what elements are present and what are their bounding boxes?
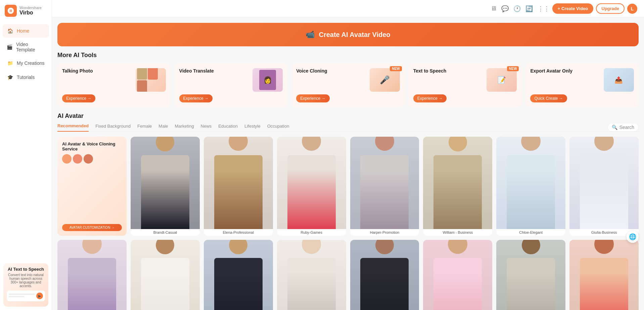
ai-avatar-section: AI Avatar Recommended Fixed Background F… <box>52 113 644 310</box>
avatar-card-harper-promo[interactable]: Harper-Promotion <box>350 137 419 236</box>
talking-photo-exp-button[interactable]: Experience → <box>62 94 95 102</box>
avatar-card-arjun[interactable]: Arjun-Araber <box>131 240 200 310</box>
ruby-games-name: Ruby-Games <box>277 229 346 236</box>
tab-male[interactable]: Male <box>158 124 168 131</box>
giulia-image <box>569 137 639 229</box>
video-translate-img: 👩 <box>252 68 283 92</box>
sidebar-nav: 🏠 Home 🎬 Video Template 📁 My Creations 🎓… <box>0 21 52 260</box>
tab-news[interactable]: News <box>201 124 212 131</box>
tts-title: AI Text to Speech <box>7 267 45 272</box>
arjun-image <box>131 240 200 310</box>
avatar-customization-button[interactable]: AVATAR CUSTOMIZATION → <box>62 224 122 231</box>
ai-avatar-title: AI Avatar <box>57 113 639 120</box>
sidebar: Wondershare Virbo 🏠 Home 🎬 Video Templat… <box>0 0 52 310</box>
tab-recommended[interactable]: Recommended <box>57 123 89 132</box>
ruby-formal-image <box>57 240 127 310</box>
video-translate-top: Video Translate 👩 <box>179 68 283 92</box>
folder-icon: 📁 <box>7 60 13 67</box>
user-avatar[interactable]: L <box>627 4 637 14</box>
sidebar-item-my-creations[interactable]: 📁 My Creations <box>3 56 49 70</box>
film-icon: 🎬 <box>7 44 13 50</box>
avatar-card-elena[interactable]: Elena-Professional <box>204 137 273 236</box>
tab-lifestyle[interactable]: Lifestyle <box>244 124 261 131</box>
avatar-card-chloe[interactable]: Chloe-Elegant <box>496 137 565 236</box>
filter-tabs: Recommended Fixed Background Female Male… <box>57 123 639 132</box>
text-to-speech-top: Text to Speech 📝 <box>413 68 517 92</box>
text-to-speech-exp-button[interactable]: Experience → <box>413 94 447 102</box>
avatar-card-gabriel[interactable]: Gabriel-Business <box>204 240 273 310</box>
tab-female[interactable]: Female <box>137 124 152 131</box>
harper-news-image <box>423 240 492 310</box>
avatar-card-contee[interactable]: Contee-Leisure <box>496 240 565 310</box>
chloe-name: Chloe-Elegant <box>496 229 565 236</box>
avatar-card-ruby-games[interactable]: Ruby-Games <box>277 137 346 236</box>
logo-text: Wondershare Virbo <box>19 6 42 16</box>
tab-occupation[interactable]: Occupation <box>267 124 289 131</box>
voice-cloning-new-badge: NEW <box>390 66 402 71</box>
avatar-card-mina[interactable]: Mina-Hanfu <box>277 240 346 310</box>
top-bar: 🖥 💬 🕐 🔄 ⋮⋮ + Create Video Upgrade L <box>52 0 644 17</box>
grid-icon[interactable]: ⋮⋮ <box>538 5 550 12</box>
avatar-card-amara[interactable]: Amara-Traditional <box>569 240 639 310</box>
tts-desc: Convert text into natural human speech a… <box>7 273 45 288</box>
tool-card-video-translate: Video Translate 👩 Experience → <box>175 63 288 107</box>
harper-promo-image <box>350 137 419 229</box>
tts-mockup: ▶ <box>7 291 45 301</box>
sidebar-item-home[interactable]: 🏠 Home <box>3 24 49 38</box>
logo-icon <box>5 5 17 17</box>
avatar-card-ruby-formal[interactable]: Ruby-Formal <box>57 240 127 310</box>
create-video-button[interactable]: + Create Video <box>552 3 593 14</box>
avatar-promo-card: AI Avatar & Voice Cloning Service AVATAR… <box>57 137 127 236</box>
export-avatar-quick-button[interactable]: Quick Create → <box>530 94 567 102</box>
avatar-card-harper-news[interactable]: Harper - News Anchor <box>423 240 492 310</box>
video-translate-name: Video Translate <box>179 68 214 74</box>
hero-banner-text: Create AI Avatar Video <box>319 31 390 39</box>
avatar-card-giulia[interactable]: Giulia-Business <box>569 137 639 236</box>
voice-cloning-exp-button[interactable]: Experience → <box>296 94 329 102</box>
export-avatar-name: Export Avatar Only <box>530 68 572 74</box>
search-box[interactable]: 🔍 Search <box>607 123 639 132</box>
gabriel-image <box>204 240 273 310</box>
voice-cloning-top: Voice Cloning 🎤 <box>296 68 400 92</box>
upgrade-button[interactable]: Upgrade <box>596 3 625 14</box>
tts-play-button[interactable]: ▶ <box>36 293 43 299</box>
talking-photo-name: Talking Photo <box>62 68 93 74</box>
history-icon[interactable]: 🕐 <box>513 5 521 12</box>
globe-button[interactable]: 🌐 <box>627 231 639 243</box>
brandt-name: Brandt-Casual <box>131 229 200 236</box>
elena-name: Elena-Professional <box>204 229 273 236</box>
tts-mockup-lines <box>9 294 35 298</box>
chat-icon[interactable]: 💬 <box>501 5 509 12</box>
avatar-card-brandt[interactable]: Brandt-Casual <box>131 137 200 236</box>
brand-name: Wondershare <box>19 6 42 10</box>
avatar-card-john[interactable]: John-Marketer <box>350 240 419 310</box>
monitor-icon[interactable]: 🖥 <box>491 5 497 12</box>
tab-fixed-background[interactable]: Fixed Background <box>95 124 131 131</box>
tab-marketing[interactable]: Marketing <box>175 124 194 131</box>
logo-area: Wondershare Virbo <box>0 0 52 21</box>
ai-tts-card: AI Text to Speech Convert text into natu… <box>3 263 48 307</box>
text-to-speech-name: Text to Speech <box>413 68 447 74</box>
sidebar-item-tutorials-label: Tutorials <box>17 75 35 80</box>
brandt-image <box>131 137 200 229</box>
harper-promo-name: Harper-Promotion <box>350 229 419 236</box>
elena-image <box>204 137 273 229</box>
refresh-icon[interactable]: 🔄 <box>525 5 533 12</box>
sidebar-item-video-template-label: Video Template <box>16 42 45 52</box>
promo-title: AI Avatar & Voice Cloning Service <box>62 141 122 151</box>
sidebar-item-tutorials[interactable]: 🎓 Tutorials <box>3 71 49 84</box>
avatar-grid: AI Avatar & Voice Cloning Service AVATAR… <box>57 137 639 310</box>
more-ai-tools-section: More AI Tools Talking Photo Experience → <box>52 52 644 113</box>
talking-photo-img <box>136 68 166 92</box>
tool-card-talking-photo: Talking Photo Experience → <box>57 63 171 107</box>
sidebar-item-video-template[interactable]: 🎬 Video Template <box>3 38 49 56</box>
tab-education[interactable]: Education <box>218 124 238 131</box>
chloe-image <box>496 137 565 229</box>
avatar-card-william[interactable]: William - Business <box>423 137 492 236</box>
search-icon: 🔍 <box>612 125 617 130</box>
tool-card-voice-cloning: NEW Voice Cloning 🎤 Experience → <box>291 63 405 107</box>
hero-banner[interactable]: 📹 Create AI Avatar Video <box>57 23 639 46</box>
video-translate-exp-button[interactable]: Experience → <box>179 94 213 102</box>
contee-image <box>496 240 565 310</box>
talking-photo-top: Talking Photo <box>62 68 166 92</box>
